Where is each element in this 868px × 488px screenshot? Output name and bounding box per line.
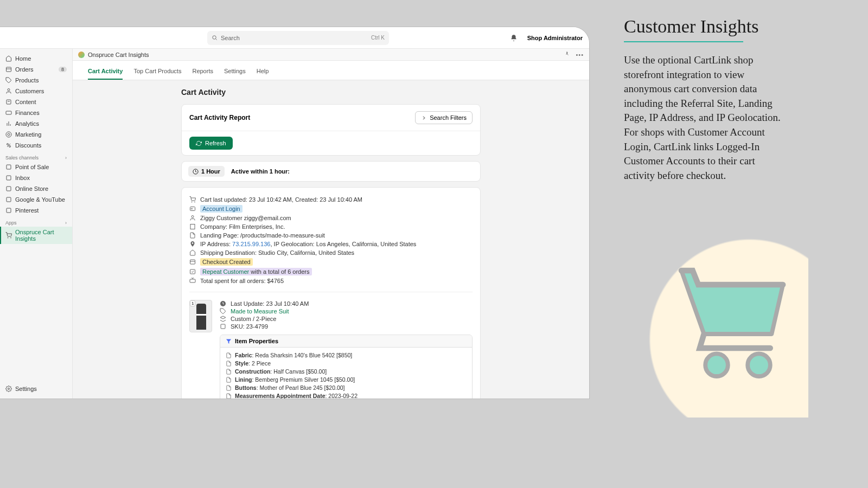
sidebar-channel-point-of-sale[interactable]: Point of Sale xyxy=(0,162,72,172)
location-icon xyxy=(189,241,196,247)
ip-link[interactable]: 73.215.99.136 xyxy=(232,241,270,247)
tab-help[interactable]: Help xyxy=(257,65,269,80)
clock-icon xyxy=(193,169,199,175)
svg-rect-7 xyxy=(6,111,11,114)
svg-rect-35 xyxy=(190,269,195,274)
user-label[interactable]: Shop Administrator xyxy=(527,35,583,41)
clock-icon xyxy=(220,300,226,307)
svg-point-13 xyxy=(7,144,9,145)
finances-icon xyxy=(5,110,12,116)
svg-point-29 xyxy=(192,216,194,218)
svg-rect-30 xyxy=(190,224,195,229)
prop-icon xyxy=(226,385,232,391)
chevron-right-icon xyxy=(421,115,427,121)
search-placeholder: Search xyxy=(221,35,240,41)
sidebar-item-label: Pinterest xyxy=(15,207,39,214)
svg-point-12 xyxy=(8,133,10,136)
sidebar-item-discounts[interactable]: Discounts xyxy=(0,140,72,151)
ip-row: IP Address: 73.215.99.136, IP Geolocatio… xyxy=(189,240,473,248)
sidebar-item-label: Marketing xyxy=(15,131,41,138)
svg-point-25 xyxy=(192,202,192,202)
sidebar-item-finances[interactable]: Finances xyxy=(0,107,72,118)
sidebar-item-label: Inbox xyxy=(15,175,30,181)
svg-rect-36 xyxy=(190,279,195,282)
products-icon xyxy=(5,77,12,84)
sidebar-item-label: Google & YouTube xyxy=(15,196,65,203)
svg-rect-20 xyxy=(7,208,11,213)
sidebar-channel-inbox[interactable]: Inbox xyxy=(0,172,72,183)
marketing-icon xyxy=(5,131,12,138)
tab-top-cart-products[interactable]: Top Cart Products xyxy=(133,65,181,80)
prop-row: Buttons: Mother of Pearl Blue 245 [$20.0… xyxy=(226,383,467,391)
svg-line-15 xyxy=(7,144,10,147)
sidebar-channel-online-store[interactable]: Online Store xyxy=(0,183,72,194)
sidebar-item-home[interactable]: Home xyxy=(0,53,72,64)
sidebar-channel-google-youtube[interactable]: Google & YouTube xyxy=(0,194,72,205)
discounts-icon xyxy=(5,142,12,149)
repeat-icon xyxy=(189,268,196,275)
product-variant-row: Custom / 2-Piece xyxy=(220,315,473,323)
product-thumbnail[interactable]: 1 xyxy=(189,300,212,332)
prop-icon xyxy=(226,352,232,358)
item-properties-header[interactable]: Item Properties xyxy=(220,335,472,348)
cart-icon xyxy=(189,196,196,203)
chevron-right-icon[interactable]: › xyxy=(65,220,67,226)
money-icon xyxy=(189,278,196,284)
refresh-icon xyxy=(196,140,202,146)
svg-point-22 xyxy=(11,237,11,238)
svg-point-11 xyxy=(6,132,11,137)
sidebar-item-label: Onspruce Cart Insights xyxy=(15,229,67,242)
svg-point-43 xyxy=(705,354,728,376)
refresh-button[interactable]: Refresh xyxy=(189,137,233,150)
apps-header: Apps› xyxy=(0,216,72,227)
prop-icon xyxy=(226,377,232,383)
report-title: Cart Activity Report xyxy=(189,114,250,121)
sidebar-item-products[interactable]: Products xyxy=(0,75,72,86)
search-input[interactable]: Search Ctrl K xyxy=(207,31,389,45)
tab-reports[interactable]: Reports xyxy=(192,65,213,80)
more-icon[interactable]: ••• xyxy=(576,52,584,58)
pin-icon[interactable] xyxy=(564,52,570,57)
time-filter-badge[interactable]: 1 Hour xyxy=(188,166,225,177)
sidebar-app-onspruce-cart-insights[interactable]: Onspruce Cart Insights xyxy=(0,227,72,244)
sidebar-item-label: Content xyxy=(15,99,36,105)
tab-settings[interactable]: Settings xyxy=(224,65,246,80)
content-icon xyxy=(5,99,12,105)
user-icon xyxy=(189,215,196,221)
bell-icon[interactable] xyxy=(510,34,518,42)
channel-icon xyxy=(5,196,12,203)
sidebar-channel-pinterest[interactable]: Pinterest xyxy=(0,205,72,216)
sidebar-item-marketing[interactable]: Marketing xyxy=(0,129,72,140)
prop-icon xyxy=(226,393,232,399)
sidebar-settings[interactable]: Settings xyxy=(0,383,72,394)
company-icon xyxy=(189,223,196,230)
sidebar-item-customers[interactable]: Customers xyxy=(0,86,72,97)
sidebar-item-analytics[interactable]: Analytics xyxy=(0,118,72,129)
sidebar-item-label: Point of Sale xyxy=(15,164,49,170)
sidebar-item-label: Discounts xyxy=(15,142,41,149)
chevron-right-icon[interactable]: › xyxy=(65,155,67,160)
search-filters-button[interactable]: Search Filters xyxy=(415,111,473,124)
info-body: Use the optional CartLink shop storefron… xyxy=(624,53,781,183)
app-title: Onspruce Cart Insights xyxy=(88,52,149,58)
sidebar-item-orders[interactable]: Orders8 xyxy=(0,64,72,75)
svg-rect-2 xyxy=(7,67,11,72)
tab-cart-activity[interactable]: Cart Activity xyxy=(88,65,123,80)
svg-rect-16 xyxy=(7,165,11,169)
sidebar-item-content[interactable]: Content xyxy=(0,97,72,107)
prop-icon xyxy=(226,369,232,375)
title-underline xyxy=(624,41,743,42)
svg-point-21 xyxy=(8,237,8,238)
sidebar-item-label: Home xyxy=(15,55,31,62)
cart-updated-row: Cart last updated: 23 Jul 10:42 AM, Crea… xyxy=(189,195,473,204)
prop-row: Lining: Bemberg Premium Silver 1045 [$50… xyxy=(226,375,467,383)
prop-row: Style: 2 Piece xyxy=(226,359,467,367)
filter-icon xyxy=(226,338,232,344)
channel-icon xyxy=(5,185,12,192)
product-name-row[interactable]: Made to Measure Suit xyxy=(220,307,473,315)
sidebar-item-label: Online Store xyxy=(15,185,48,192)
prop-row: Measurements Appointment Date: 2023-09-2… xyxy=(226,391,467,399)
cart-illustration-icon xyxy=(667,249,808,390)
svg-rect-33 xyxy=(190,260,195,264)
sidebar-item-label: Products xyxy=(15,77,39,84)
